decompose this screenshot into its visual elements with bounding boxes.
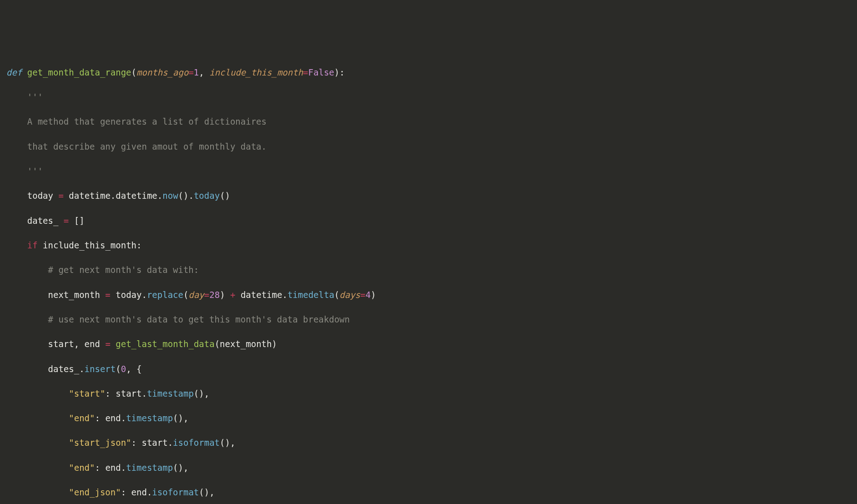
- code-editor[interactable]: def get_month_data_range(months_ago=1, i…: [6, 54, 851, 504]
- code-line: "start_json": start.isoformat(),: [6, 437, 851, 449]
- method: timestamp: [126, 463, 173, 473]
- dict-key: "end": [69, 413, 95, 423]
- identifier: next_month: [220, 339, 272, 349]
- code-line: dates_.insert(0, {: [6, 363, 851, 375]
- method: timestamp: [147, 388, 194, 398]
- identifier: end: [105, 463, 121, 473]
- code-line: "end": end.timestamp(),: [6, 462, 851, 474]
- identifier: datetime: [241, 290, 282, 300]
- identifier: dates_: [27, 216, 59, 226]
- param: include_this_month: [209, 67, 303, 77]
- keyword-def: def: [6, 67, 22, 77]
- code-line: def get_month_data_range(months_ago=1, i…: [6, 66, 851, 79]
- code-line: ''': [6, 165, 851, 177]
- method: insert: [85, 364, 116, 374]
- number: 28: [209, 290, 220, 300]
- method: isoformat: [173, 438, 220, 448]
- identifier: end: [85, 339, 100, 349]
- identifier: end: [131, 487, 147, 497]
- code-line: # get next month's data with:: [6, 264, 851, 276]
- code-line: # use next month's data to get this mont…: [6, 313, 851, 326]
- method: now: [162, 191, 178, 201]
- identifier: datetime: [116, 191, 157, 201]
- docstring: that describe any given amout of monthly…: [27, 141, 267, 151]
- identifier: dates_: [48, 364, 80, 374]
- method: isoformat: [152, 487, 199, 497]
- code-line: that describe any given amout of monthly…: [6, 141, 851, 153]
- number: 4: [366, 290, 371, 300]
- comment: # get next month's data with:: [48, 265, 199, 275]
- identifier: include_this_month: [43, 240, 136, 250]
- dict-key: "start_json": [69, 438, 131, 448]
- identifier: today: [116, 290, 141, 300]
- code-line: "end_json": end.isoformat(),: [6, 486, 851, 499]
- identifier: today: [27, 191, 53, 201]
- identifier: start: [48, 339, 74, 349]
- docstring-quote: ''': [27, 166, 43, 176]
- number: 1: [194, 67, 199, 77]
- dict-key: "end": [69, 463, 95, 473]
- docstring-quote: ''': [27, 92, 43, 102]
- code-line: dates_ = []: [6, 215, 851, 227]
- code-line: if include_this_month:: [6, 239, 851, 252]
- boolean: False: [308, 67, 334, 77]
- identifier: start: [141, 438, 167, 448]
- code-line: today = datetime.datetime.now().today(): [6, 190, 851, 202]
- dict-key: "start": [69, 388, 105, 398]
- kwarg: day: [188, 290, 204, 300]
- identifier: end: [105, 413, 121, 423]
- code-line: ''': [6, 91, 851, 103]
- code-line: "start": start.timestamp(),: [6, 388, 851, 400]
- method: replace: [147, 290, 183, 300]
- keyword-if: if: [27, 240, 38, 250]
- number: 0: [121, 364, 126, 374]
- code-line: start, end = get_last_month_data(next_mo…: [6, 338, 851, 350]
- identifier: start: [116, 388, 141, 398]
- kwarg: days: [339, 290, 360, 300]
- method: timedelta: [287, 290, 334, 300]
- code-line: "end": end.timestamp(),: [6, 412, 851, 424]
- param: months_ago: [136, 67, 188, 77]
- docstring: A method that generates a list of dictio…: [27, 116, 267, 126]
- function-name: get_month_data_range: [27, 67, 131, 77]
- code-line: A method that generates a list of dictio…: [6, 116, 851, 128]
- identifier: datetime: [69, 191, 111, 201]
- comment: # use next month's data to get this mont…: [48, 314, 350, 324]
- identifier: next_month: [48, 290, 100, 300]
- code-line: next_month = today.replace(day=28) + dat…: [6, 289, 851, 301]
- dict-key: "end_json": [69, 487, 121, 497]
- method: today: [194, 191, 220, 201]
- function-call: get_last_month_data: [116, 339, 214, 349]
- method: timestamp: [126, 413, 173, 423]
